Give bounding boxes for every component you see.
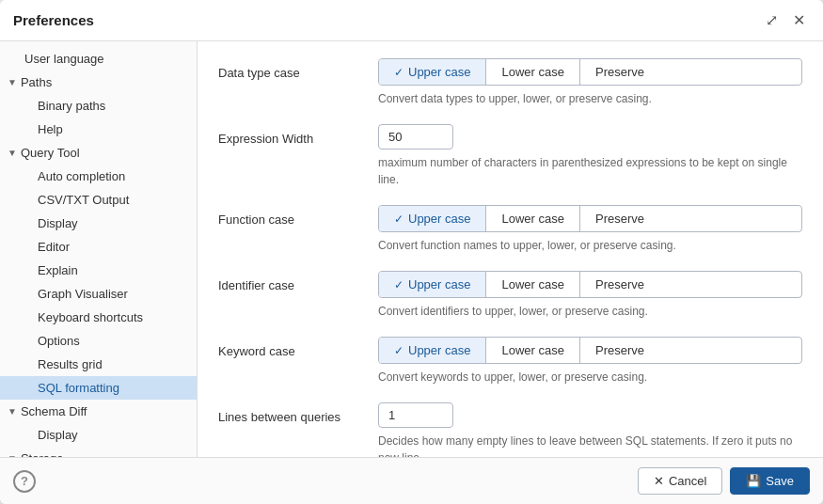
function-upper-btn[interactable]: ✓ Upper case [379,206,486,231]
cancel-button[interactable]: ✕ Cancel [638,467,722,495]
data-type-case-btn-group: ✓ Upper case Lower case Preserve [378,58,802,86]
lines-between-queries-input[interactable] [378,402,453,428]
sidebar-group-label: Query Tool [21,146,80,160]
help-button[interactable]: ? [13,470,36,493]
identifier-case-btn-group: ✓ Upper case Lower case Preserve [378,271,802,298]
sidebar-item-binary-paths[interactable]: Binary paths [0,94,197,118]
close-button[interactable]: ✕ [788,9,810,31]
chevron-icon: ▼ [8,77,17,87]
identifier-case-control: ✓ Upper case Lower case Preserve Convert… [378,271,802,320]
footer-left: ? [13,470,36,493]
sidebar-item-user-language[interactable]: User language [0,47,197,71]
keyword-upper-btn[interactable]: ✓ Upper case [379,338,486,363]
data-type-preserve-btn[interactable]: Preserve [580,59,659,85]
sidebar-item-display[interactable]: Display [0,212,197,235]
sidebar-item-auto-completion[interactable]: Auto completion [0,165,197,188]
sidebar-item-sql-formatting[interactable]: SQL formatting [0,376,197,400]
data-type-case-label: Data type case [218,58,378,82]
check-icon: ✓ [394,278,404,291]
save-button[interactable]: 💾 Save [730,467,810,495]
chevron-icon: ▼ [8,148,17,158]
expression-width-input[interactable] [378,124,453,150]
expression-width-control: maximum number of characters in parenthe… [378,124,802,188]
data-type-case-control: ✓ Upper case Lower case Preserve Convert… [378,58,802,107]
keyword-case-btn-group: ✓ Upper case Lower case Preserve [378,337,802,364]
sidebar-group-schema-diff[interactable]: ▼ Schema Diff [0,400,197,423]
sidebar-item-results-grid[interactable]: Results grid [0,353,197,376]
sidebar-item-schema-diff-display[interactable]: Display [0,423,197,447]
data-type-lower-btn[interactable]: Lower case [486,59,579,85]
sidebar-item-csv-txt-output[interactable]: CSV/TXT Output [0,188,197,212]
sidebar-group-query-tool[interactable]: ▼ Query Tool [0,141,197,165]
cancel-label: Cancel [669,474,706,488]
identifier-lower-btn[interactable]: Lower case [486,272,579,297]
sidebar-item-help[interactable]: Help [0,118,197,141]
function-case-control: ✓ Upper case Lower case Preserve Convert… [378,205,802,254]
identifier-case-help: Convert identifiers to upper, lower, or … [378,303,802,320]
identifier-case-row: Identifier case ✓ Upper case Lower case … [218,271,802,320]
save-icon: 💾 [746,474,761,488]
sidebar-item-explain[interactable]: Explain [0,259,197,282]
check-icon: ✓ [394,344,404,357]
sidebar: User language ▼ Paths Binary paths Help … [0,41,198,457]
identifier-upper-btn[interactable]: ✓ Upper case [379,272,486,297]
sidebar-group-label: Schema Diff [21,404,87,418]
data-type-case-help: Convert data types to upper, lower, or p… [378,90,802,107]
keyword-preserve-btn[interactable]: Preserve [580,338,659,363]
function-preserve-btn[interactable]: Preserve [580,206,659,231]
lines-between-queries-row: Lines between queries Decides how many e… [218,402,802,457]
dialog-header: Preferences ⤢ ✕ [0,0,823,41]
sidebar-item-options[interactable]: Options [0,329,197,353]
footer-right: ✕ Cancel 💾 Save [638,467,810,495]
dialog-body: User language ▼ Paths Binary paths Help … [0,41,823,457]
function-case-row: Function case ✓ Upper case Lower case Pr… [218,205,802,254]
function-lower-btn[interactable]: Lower case [486,206,579,231]
keyword-case-row: Keyword case ✓ Upper case Lower case Pre… [218,337,802,386]
sidebar-group-paths[interactable]: ▼ Paths [0,71,197,94]
expand-button[interactable]: ⤢ [761,9,783,31]
expression-width-label: Expression Width [218,124,378,148]
sidebar-item-graph-visualiser[interactable]: Graph Visualiser [0,282,197,306]
data-type-upper-btn[interactable]: ✓ Upper case [379,59,486,85]
main-content: Data type case ✓ Upper case Lower case P… [198,41,823,457]
preferences-dialog: Preferences ⤢ ✕ User language ▼ Paths Bi… [0,0,823,504]
sidebar-group-label: Paths [21,75,52,89]
dialog-title: Preferences [13,12,94,28]
lines-between-queries-help: Decides how many empty lines to leave be… [378,433,802,457]
function-case-btn-group: ✓ Upper case Lower case Preserve [378,205,802,232]
check-icon: ✓ [394,213,404,226]
keyword-case-control: ✓ Upper case Lower case Preserve Convert… [378,337,802,386]
cancel-icon: ✕ [654,474,664,488]
dialog-footer: ? ✕ Cancel 💾 Save [0,457,823,504]
keyword-lower-btn[interactable]: Lower case [486,338,579,363]
identifier-preserve-btn[interactable]: Preserve [580,272,659,297]
expression-width-help: maximum number of characters in parenthe… [378,154,802,188]
keyword-case-help: Convert keywords to upper, lower, or pre… [378,369,802,386]
sidebar-item-keyboard-shortcuts[interactable]: Keyboard shortcuts [0,306,197,329]
lines-between-queries-label: Lines between queries [218,402,378,426]
sidebar-item-editor[interactable]: Editor [0,235,197,259]
header-actions: ⤢ ✕ [761,9,810,31]
function-case-help: Convert function names to upper, lower, … [378,237,802,254]
keyword-case-label: Keyword case [218,337,378,360]
check-icon: ✓ [394,66,404,79]
save-label: Save [766,474,794,488]
data-type-case-row: Data type case ✓ Upper case Lower case P… [218,58,802,107]
function-case-label: Function case [218,205,378,228]
lines-between-queries-control: Decides how many empty lines to leave be… [378,402,802,457]
chevron-icon: ▼ [8,406,17,417]
identifier-case-label: Identifier case [218,271,378,294]
expression-width-row: Expression Width maximum number of chara… [218,124,802,188]
sidebar-group-storage[interactable]: ▼ Storage [0,447,197,457]
